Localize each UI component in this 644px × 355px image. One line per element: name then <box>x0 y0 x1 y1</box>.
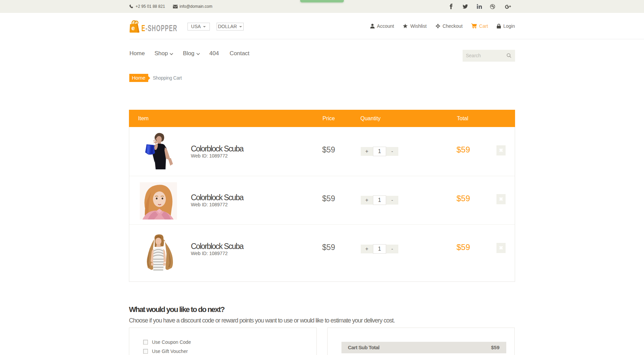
svg-text:e: e <box>131 25 135 32</box>
